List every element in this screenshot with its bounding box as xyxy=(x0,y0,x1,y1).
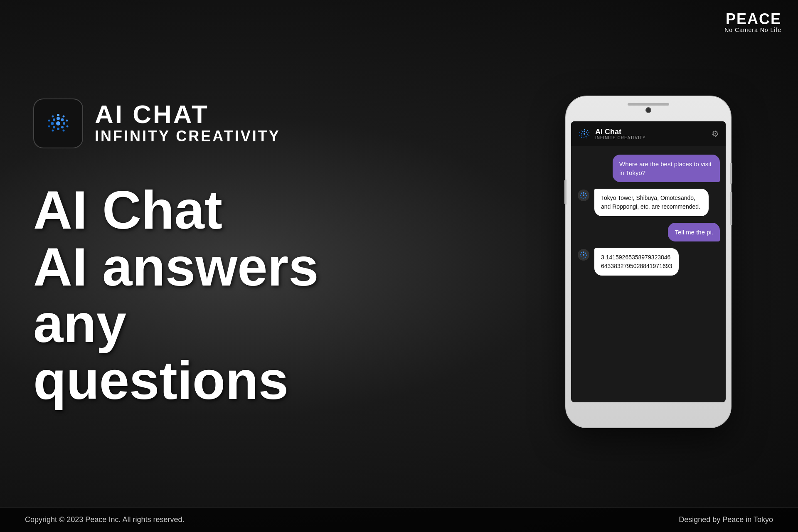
svg-point-20 xyxy=(586,132,587,133)
headline-line-2: AI answers xyxy=(33,239,332,296)
app-title-line1: AI CHAT xyxy=(95,101,281,127)
svg-point-50 xyxy=(586,255,587,256)
svg-point-44 xyxy=(580,195,581,196)
svg-point-28 xyxy=(587,130,588,131)
svg-point-52 xyxy=(583,258,584,259)
main-headline: AI Chat AI answers any questions xyxy=(33,182,332,409)
page-footer: Copyright © 2023 Peace Inc. All rights r… xyxy=(0,507,798,532)
phone-app-logo-icon xyxy=(578,127,591,140)
phone-app-bar-left: AI Chat INFINITE CREATIVITY xyxy=(578,127,646,140)
svg-point-10 xyxy=(63,116,65,118)
user-message-1: Where are the best places to visit in To… xyxy=(613,155,720,182)
phone-top-bar xyxy=(628,103,669,106)
svg-point-39 xyxy=(585,193,586,195)
footer-designer: Designed by Peace in Tokyo xyxy=(679,515,773,524)
phone-chat-title: AI Chat xyxy=(595,128,646,135)
chat-area: Where are the best places to visit in To… xyxy=(571,146,726,402)
left-section: AI CHAT INFINITY CREATIVITY AI Chat AI a… xyxy=(0,0,332,507)
svg-point-23 xyxy=(584,137,585,138)
svg-point-32 xyxy=(581,137,582,138)
svg-point-5 xyxy=(57,128,59,130)
svg-point-1 xyxy=(57,117,60,120)
svg-point-14 xyxy=(52,130,54,132)
svg-point-17 xyxy=(52,116,54,118)
svg-point-25 xyxy=(581,133,582,135)
svg-point-6 xyxy=(53,126,55,128)
brand-block: PEACE No Camera No Life xyxy=(724,12,781,33)
svg-point-16 xyxy=(48,120,50,122)
svg-point-43 xyxy=(581,197,582,198)
svg-point-3 xyxy=(63,122,65,125)
ai-avatar-2 xyxy=(577,248,590,261)
svg-point-0 xyxy=(56,121,60,126)
gear-icon[interactable]: ⚙ xyxy=(712,129,719,139)
ai-message-1: Tokyo Tower, Shibuya, Omotesando, and Ro… xyxy=(594,189,709,216)
ai-message-row-1: Tokyo Tower, Shibuya, Omotesando, and Ro… xyxy=(577,189,720,216)
svg-point-21 xyxy=(587,134,588,135)
app-icon xyxy=(33,99,83,148)
user-message-2: Tell me the pi. xyxy=(668,223,720,241)
svg-point-29 xyxy=(589,132,589,133)
svg-point-2 xyxy=(61,118,64,121)
svg-point-22 xyxy=(586,136,587,137)
svg-point-19 xyxy=(584,131,585,132)
app-title-line2: INFINITY CREATIVITY xyxy=(95,127,281,145)
footer-copyright: Copyright © 2023 Peace Inc. All rights r… xyxy=(25,515,184,524)
ai-message-2: 3.14159265358979323846643383279502884197… xyxy=(594,248,679,276)
svg-point-51 xyxy=(585,257,586,258)
svg-point-12 xyxy=(66,126,69,128)
phone-side-button xyxy=(564,180,566,204)
svg-point-48 xyxy=(583,251,584,253)
app-logo-icon xyxy=(42,107,75,140)
svg-point-55 xyxy=(581,252,582,254)
phone-app-title: AI Chat INFINITE CREATIVITY xyxy=(595,128,646,140)
svg-point-4 xyxy=(61,126,64,128)
svg-point-34 xyxy=(579,132,580,133)
app-title-block: AI CHAT INFINITY CREATIVITY xyxy=(95,101,281,145)
phone-volume-button xyxy=(730,192,732,225)
phone-camera xyxy=(645,107,651,113)
phone-app-bar: AI Chat INFINITE CREATIVITY ⚙ xyxy=(571,121,726,146)
svg-point-37 xyxy=(583,195,584,196)
brand-name: PEACE xyxy=(724,12,781,27)
svg-point-31 xyxy=(586,138,587,138)
svg-point-7 xyxy=(51,122,54,125)
svg-point-9 xyxy=(57,114,59,116)
svg-point-41 xyxy=(585,197,586,199)
svg-point-18 xyxy=(584,133,585,135)
phone-screen: AI Chat INFINITE CREATIVITY ⚙ Where are … xyxy=(571,121,726,402)
svg-point-11 xyxy=(66,120,68,122)
svg-point-53 xyxy=(581,256,582,258)
ai-message-row-2: 3.14159265358979323846643383279502884197… xyxy=(577,248,720,276)
svg-point-49 xyxy=(585,253,586,254)
svg-point-33 xyxy=(579,135,580,136)
svg-point-13 xyxy=(63,130,65,132)
headline-line-1: AI Chat xyxy=(33,182,332,239)
svg-point-8 xyxy=(53,118,55,121)
phone-mockup-section: AI Chat INFINITE CREATIVITY ⚙ Where are … xyxy=(532,33,765,490)
brand-tagline: No Camera No Life xyxy=(724,27,781,33)
svg-point-54 xyxy=(580,254,581,256)
svg-point-47 xyxy=(583,254,584,256)
phone-chat-subtitle: INFINITE CREATIVITY xyxy=(595,135,646,140)
svg-point-26 xyxy=(582,131,583,133)
svg-point-40 xyxy=(586,195,587,197)
ai-avatar-1 xyxy=(577,189,590,202)
phone-device: AI Chat INFINITE CREATIVITY ⚙ Where are … xyxy=(565,96,732,428)
svg-point-15 xyxy=(48,126,50,128)
headline-line-3: any questions xyxy=(33,295,332,409)
svg-point-24 xyxy=(581,135,583,137)
svg-point-45 xyxy=(581,193,582,194)
app-header: AI CHAT INFINITY CREATIVITY xyxy=(33,99,332,148)
svg-point-38 xyxy=(583,192,584,194)
svg-point-30 xyxy=(589,135,589,136)
svg-point-27 xyxy=(584,129,585,131)
phone-power-button xyxy=(730,163,732,184)
svg-point-35 xyxy=(581,130,582,131)
svg-point-42 xyxy=(583,198,584,200)
